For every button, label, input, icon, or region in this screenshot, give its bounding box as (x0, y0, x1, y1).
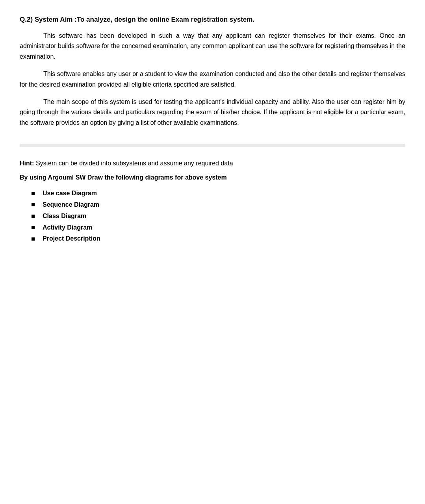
list-item: Sequence Diagram (32, 199, 405, 211)
diagram-item-2: Sequence Diagram (43, 199, 99, 211)
diagram-item-1: Use case Diagram (43, 188, 97, 199)
paragraph-1: This software has been developed in such… (20, 31, 405, 62)
list-item: Class Diagram (32, 211, 405, 222)
hint-label: Hint: (20, 160, 36, 167)
hint-text: System can be divided into subsystems an… (36, 160, 233, 167)
bullet-icon (32, 215, 35, 218)
diagram-item-3: Class Diagram (43, 211, 86, 222)
bullet-icon (32, 203, 35, 206)
question-heading: Q.2) System Aim :To analyze, design the … (20, 16, 405, 24)
diagram-list: Use case Diagram Sequence Diagram Class … (20, 188, 405, 245)
hint-line: Hint: System can be divided into subsyst… (20, 159, 405, 168)
paragraph-2: This software enables any user or a stud… (20, 69, 405, 90)
list-item: Use case Diagram (32, 188, 405, 199)
bullet-icon (32, 237, 35, 241)
section-divider (20, 144, 405, 147)
bullet-icon (32, 226, 35, 229)
page-container: Q.2) System Aim :To analyze, design the … (0, 0, 425, 504)
draw-instruction: By using Argouml SW Draw the following d… (20, 173, 405, 182)
bullet-icon (32, 192, 35, 195)
paragraph-3: The main scope of this system is used fo… (20, 97, 405, 128)
diagram-item-4: Activity Diagram (43, 222, 92, 233)
list-item: Activity Diagram (32, 222, 405, 233)
diagram-item-5: Project Description (43, 233, 100, 245)
hint-section: Hint: System can be divided into subsyst… (20, 159, 405, 245)
list-item: Project Description (32, 233, 405, 245)
